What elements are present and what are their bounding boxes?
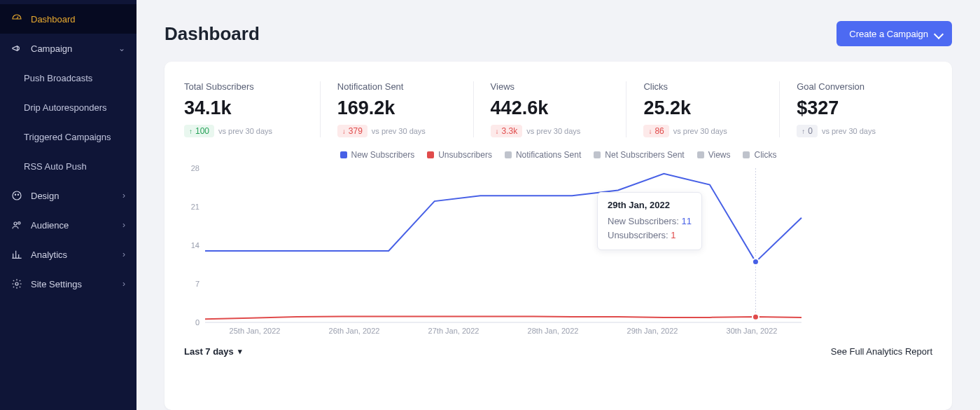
stat-delta: ↓86 xyxy=(643,125,668,137)
sidebar-item-label: Site Settings xyxy=(31,279,114,289)
chart-legend: New SubscribersUnsubscribersNotification… xyxy=(184,150,932,160)
stats-row: Total Subscribers34.1k↑100vs prev 30 day… xyxy=(184,81,932,137)
main: Dashboard Create a Campaign Total Subscr… xyxy=(136,0,980,410)
arrow-down-icon: ↓ xyxy=(342,128,346,135)
legend-swatch xyxy=(427,151,434,158)
sidebar-item-design[interactable]: Design› xyxy=(0,181,136,210)
stat-title: Total Subscribers xyxy=(184,81,317,92)
legend-label: Clicks xyxy=(754,150,776,160)
sidebar-item-audience[interactable]: Audience› xyxy=(0,210,136,240)
x-tick-label: 26th Jan, 2022 xyxy=(329,327,380,335)
sidebar-subitem-drip-autoresponders[interactable]: Drip Autoresponders xyxy=(0,93,136,122)
arrow-down-icon: ↓ xyxy=(496,128,499,135)
full-analytics-link[interactable]: See Full Analytics Report xyxy=(831,346,932,357)
legend-swatch xyxy=(340,151,347,158)
sidebar-item-label: Analytics xyxy=(31,250,114,260)
gauge-icon xyxy=(11,13,22,25)
legend-label: Notifications Sent xyxy=(516,150,581,160)
legend-swatch xyxy=(697,151,704,158)
gear-icon xyxy=(11,278,22,289)
legend-item-new-subscribers[interactable]: New Subscribers xyxy=(340,150,415,160)
sidebar-item-dashboard[interactable]: Dashboard xyxy=(0,4,136,34)
x-tick-label: 30th Jan, 2022 xyxy=(727,327,778,335)
chart-icon xyxy=(11,249,22,260)
chevron-right-icon: › xyxy=(122,279,125,289)
stat-delta: ↑0 xyxy=(797,125,818,137)
legend-item-notifications-sent[interactable]: Notifications Sent xyxy=(505,150,581,160)
stat-delta: ↑100 xyxy=(184,125,214,137)
arrow-up-icon: ↑ xyxy=(189,128,192,135)
sidebar-item-label: Dashboard xyxy=(31,14,125,25)
stat-value: 442.6k xyxy=(491,97,624,119)
sidebar-item-analytics[interactable]: Analytics› xyxy=(0,240,136,269)
x-tick-label: 28th Jan, 2022 xyxy=(528,327,579,335)
stat-value: 25.2k xyxy=(643,97,776,119)
stat-goal-conversion: Goal Conversion$327↑0vs prev 30 days xyxy=(779,81,932,137)
sidebar-item-label: Campaign xyxy=(31,43,110,54)
x-tick-label: 27th Jan, 2022 xyxy=(428,327,479,335)
date-range-label: Last 7 days xyxy=(184,346,234,357)
stat-value: 169.2k xyxy=(337,97,470,119)
card-footer: Last 7 days ▾ See Full Analytics Report xyxy=(184,346,932,357)
y-tick-label: 0 xyxy=(195,318,200,327)
stat-delta: ↓3.3k xyxy=(491,125,523,137)
legend-item-unsubscribers[interactable]: Unsubscribers xyxy=(427,150,492,160)
chevron-down-icon: ▾ xyxy=(238,347,242,356)
stat-compare-label: vs prev 30 days xyxy=(218,127,272,135)
sidebar-subitem-triggered-campaigns[interactable]: Triggered Campaigns xyxy=(0,122,136,151)
legend-label: Net Subscribers Sent xyxy=(605,150,684,160)
stat-title: Goal Conversion xyxy=(797,81,930,92)
sidebar-subitem-rss-auto-push[interactable]: RSS Auto Push xyxy=(0,151,136,181)
stat-delta: ↓379 xyxy=(337,125,368,137)
x-tick-label: 25th Jan, 2022 xyxy=(230,327,281,335)
chevron-right-icon: › xyxy=(122,250,125,259)
svg-point-3 xyxy=(14,222,17,225)
stat-value: $327 xyxy=(797,97,930,119)
legend-item-net-subscribers-sent[interactable]: Net Subscribers Sent xyxy=(594,150,684,160)
chart-area: 0714212825th Jan, 202226th Jan, 202227th… xyxy=(184,164,932,339)
y-tick-label: 28 xyxy=(191,164,200,172)
y-tick-label: 7 xyxy=(195,280,200,288)
stat-compare-label: vs prev 30 days xyxy=(526,127,580,135)
stat-clicks: Clicks25.2k↓86vs prev 30 days xyxy=(626,81,779,137)
svg-point-2 xyxy=(18,194,18,195)
sidebar-item-label: Audience xyxy=(31,220,114,231)
chart-hover-point xyxy=(752,259,759,265)
sidebar-item-site-settings[interactable]: Site Settings› xyxy=(0,269,136,299)
sidebar-subitem-push-broadcasts[interactable]: Push Broadcasts xyxy=(0,63,136,93)
palette-icon xyxy=(11,190,22,201)
stat-compare-label: vs prev 30 days xyxy=(372,127,426,135)
chart-hover-point xyxy=(752,314,759,320)
page-title: Dashboard xyxy=(164,23,260,45)
x-tick-label: 29th Jan, 2022 xyxy=(627,327,678,335)
legend-label: Unsubscribers xyxy=(438,150,492,160)
sidebar: DashboardCampaign⌄Push BroadcastsDrip Au… xyxy=(0,0,136,410)
date-range-picker[interactable]: Last 7 days ▾ xyxy=(184,346,242,357)
chevron-right-icon: › xyxy=(122,220,125,230)
megaphone-icon xyxy=(11,43,22,54)
sidebar-item-label: Design xyxy=(31,191,114,201)
legend-swatch xyxy=(594,151,601,158)
legend-item-clicks[interactable]: Clicks xyxy=(743,150,776,160)
y-tick-label: 21 xyxy=(191,203,200,211)
create-campaign-button[interactable]: Create a Campaign xyxy=(836,21,952,46)
stat-value: 34.1k xyxy=(184,97,317,119)
chevron-down-icon: ⌄ xyxy=(118,43,125,53)
chart-series-unsubscribers xyxy=(205,316,802,319)
svg-point-0 xyxy=(13,191,21,200)
arrow-neutral-icon: ↑ xyxy=(802,128,805,135)
top-bar: Dashboard Create a Campaign xyxy=(164,21,952,46)
stat-title: Notification Sent xyxy=(337,81,470,92)
svg-point-5 xyxy=(15,282,18,285)
line-chart[interactable]: 0714212825th Jan, 202226th Jan, 202227th… xyxy=(184,164,806,336)
stat-compare-label: vs prev 30 days xyxy=(822,127,876,135)
legend-item-views[interactable]: Views xyxy=(697,150,731,160)
svg-point-1 xyxy=(15,194,15,195)
legend-swatch xyxy=(743,151,750,158)
sidebar-item-campaign[interactable]: Campaign⌄ xyxy=(0,34,136,63)
stat-title: Clicks xyxy=(643,81,776,92)
legend-label: New Subscribers xyxy=(351,150,415,160)
legend-swatch xyxy=(505,151,512,158)
arrow-down-icon: ↓ xyxy=(648,128,652,135)
chart-series-new-subscribers xyxy=(205,174,802,262)
